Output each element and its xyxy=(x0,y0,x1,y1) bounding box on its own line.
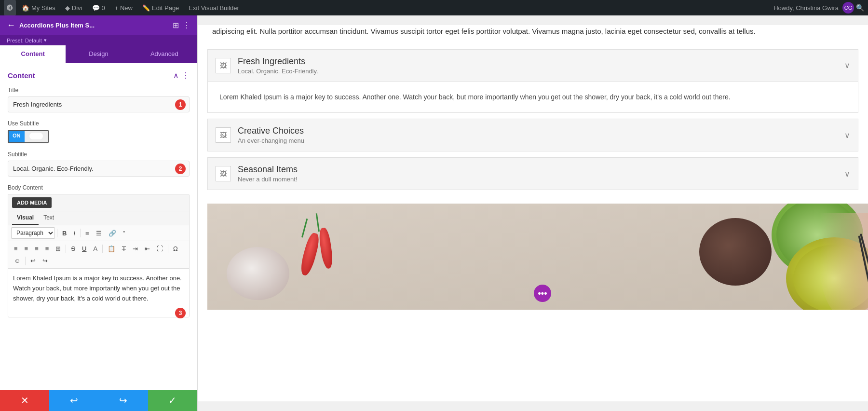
accordion-subtitle-1: Local. Organic. Eco-Friendly. xyxy=(238,68,318,75)
editor-tab-visual[interactable]: Visual xyxy=(12,211,39,225)
tab-content[interactable]: Content xyxy=(0,45,66,63)
accordion-title-3: Seasonal Items xyxy=(238,164,298,175)
preset-selector[interactable]: Preset: Default ▾ xyxy=(0,35,197,45)
clear-format-button[interactable]: T̶ xyxy=(119,243,129,254)
align-justify-button[interactable]: ≡ xyxy=(42,243,52,254)
editor-body[interactable]: Lorem Khaled Ipsum is a major key to suc… xyxy=(8,269,189,317)
editor-content: Lorem Khaled Ipsum is a major key to suc… xyxy=(13,274,184,303)
more-options-icon[interactable]: ⋮ xyxy=(183,21,190,30)
collapse-icon[interactable]: ∧ xyxy=(173,71,179,80)
accordion-chevron-2: ∨ xyxy=(844,131,850,140)
accordion-title-group-1: Fresh Ingredients Local. Organic. Eco-Fr… xyxy=(238,56,318,75)
editor-tab-bar: Visual Text xyxy=(8,211,189,225)
accordion-header-2[interactable]: 🖼 Creative Choices An ever-changing menu… xyxy=(208,119,858,151)
redo-editor-button[interactable]: ↪ xyxy=(40,255,51,266)
use-subtitle-field-group: Use Subtitle ON xyxy=(8,120,190,143)
subtitle-toggle[interactable]: ON xyxy=(8,130,49,143)
dots-button[interactable]: ••• xyxy=(534,285,551,302)
title-label: Title xyxy=(8,87,190,94)
toggle-on-label: ON xyxy=(9,131,25,142)
font-color-button[interactable]: A xyxy=(90,243,100,254)
align-right-button[interactable]: ≡ xyxy=(32,243,41,254)
accordion-title-group-3: Seasonal Items Never a dull moment! xyxy=(238,164,298,183)
body-content-label: Body Content xyxy=(8,184,190,191)
title-input-wrapper: 1 xyxy=(8,96,190,112)
image-icon-1: 🖼 xyxy=(220,62,227,69)
italic-button[interactable]: I xyxy=(70,228,78,239)
align-center-button[interactable]: ≡ xyxy=(22,243,31,254)
title-input[interactable] xyxy=(8,96,190,112)
accordion-title-1: Fresh Ingredients xyxy=(238,56,318,67)
new-menu[interactable]: + New xyxy=(111,0,136,15)
accordion-title-group-2: Creative Choices An ever-changing menu xyxy=(238,126,304,144)
fmt-sep-5 xyxy=(168,245,168,253)
indent-button[interactable]: ⇥ xyxy=(130,243,141,254)
accordion-body-text-1: Lorem Khaled Ipsum is a major key to suc… xyxy=(219,92,846,103)
fmt-sep-3 xyxy=(66,245,66,253)
accordion-item-2: 🖼 Creative Choices An ever-changing menu… xyxy=(207,119,858,151)
undo-button[interactable]: ↩ xyxy=(49,390,98,411)
unordered-list-button[interactable]: ≡ xyxy=(82,228,92,239)
fullscreen-button[interactable]: ⛶ xyxy=(154,243,166,254)
align-left-button[interactable]: ≡ xyxy=(11,243,21,254)
accordion-subtitle-3: Never a dull moment! xyxy=(238,176,298,183)
bold-button[interactable]: B xyxy=(59,228,69,239)
paragraph-dropdown[interactable]: Paragraph xyxy=(11,227,55,239)
wp-logo[interactable]: 🅦 xyxy=(4,0,16,15)
redo-button[interactable]: ↪ xyxy=(99,390,148,411)
fmt-sep-4 xyxy=(102,245,103,253)
editor-tab-text[interactable]: Text xyxy=(39,211,59,225)
fmt-sep-1 xyxy=(57,229,57,237)
exit-visual-builder-button[interactable]: Exit Visual Builder xyxy=(185,0,243,15)
quote-button[interactable]: " xyxy=(120,228,128,239)
strikethrough-button[interactable]: S xyxy=(68,243,78,254)
section-options-icon[interactable]: ⋮ xyxy=(182,71,190,80)
subtitle-badge: 2 xyxy=(175,164,186,174)
accordion-title-2: Creative Choices xyxy=(238,126,304,136)
emoji-button[interactable]: ☺ xyxy=(11,255,23,266)
editor-toolbar: ADD MEDIA Visual Text xyxy=(8,194,190,317)
comments-menu[interactable]: 💬 0 xyxy=(88,0,109,15)
toggle-track xyxy=(25,131,48,142)
ordered-list-button[interactable]: ☰ xyxy=(93,228,105,239)
format-bar-2: ≡ ≡ ≡ ≡ ⊞ S U A 📋 T̶ ⇥ ⇤ ⛶ xyxy=(8,241,189,269)
edit-page-button[interactable]: ✏️ Edit Page xyxy=(138,0,183,15)
accordion-header-3[interactable]: 🖼 Seasonal Items Never a dull moment! ∨ xyxy=(208,158,858,190)
cancel-button[interactable]: ✕ xyxy=(0,390,49,411)
table-button[interactable]: ⊞ xyxy=(53,243,64,254)
avatar: CG xyxy=(842,2,854,14)
tab-advanced[interactable]: Advanced xyxy=(132,45,197,63)
tab-design[interactable]: Design xyxy=(66,45,131,63)
divi-menu[interactable]: ◆ Divi xyxy=(61,0,86,15)
subtitle-field-group: Subtitle 2 xyxy=(8,151,190,177)
subtitle-input[interactable] xyxy=(8,161,190,177)
fmt-sep-2 xyxy=(80,229,81,237)
outdent-button[interactable]: ⇤ xyxy=(142,243,153,254)
search-icon[interactable]: 🔍 xyxy=(856,4,864,12)
undo-editor-button[interactable]: ↩ xyxy=(27,255,39,266)
my-sites-menu[interactable]: 🏠 My Sites xyxy=(18,0,59,15)
accordion-chevron-1: ∨ xyxy=(844,61,850,70)
accordion-header-1[interactable]: 🖼 Fresh Ingredients Local. Organic. Eco-… xyxy=(208,50,858,82)
accordion-icon-1: 🖼 xyxy=(216,58,231,73)
title-field-group: Title 1 xyxy=(8,87,190,112)
confirm-button[interactable]: ✓ xyxy=(148,390,197,411)
layout-icon[interactable]: ⊞ xyxy=(173,21,179,30)
panel-header-icons: ⊞ ⋮ xyxy=(173,21,190,30)
wp-icon: 🅦 xyxy=(7,4,13,12)
link-button[interactable]: 🔗 xyxy=(106,228,119,239)
image-icon-2: 🖼 xyxy=(220,131,227,139)
add-media-button[interactable]: ADD MEDIA xyxy=(12,197,52,208)
underline-button[interactable]: U xyxy=(79,243,89,254)
paste-text-button[interactable]: 📋 xyxy=(105,243,118,254)
food-image-section: ••• xyxy=(207,204,868,310)
preset-label: Preset: Default xyxy=(7,38,42,43)
preset-chevron-icon: ▾ xyxy=(44,37,47,43)
omega-button[interactable]: Ω xyxy=(170,243,181,254)
toggle-group: ON xyxy=(8,130,190,143)
section-title: Content xyxy=(8,71,35,80)
sites-icon: 🏠 xyxy=(22,4,29,12)
accordion-icon-2: 🖼 xyxy=(216,127,231,143)
back-arrow-icon[interactable]: ← xyxy=(7,20,15,30)
right-panel: adipiscing elit. Nulla porttitor accumsa… xyxy=(198,15,868,411)
